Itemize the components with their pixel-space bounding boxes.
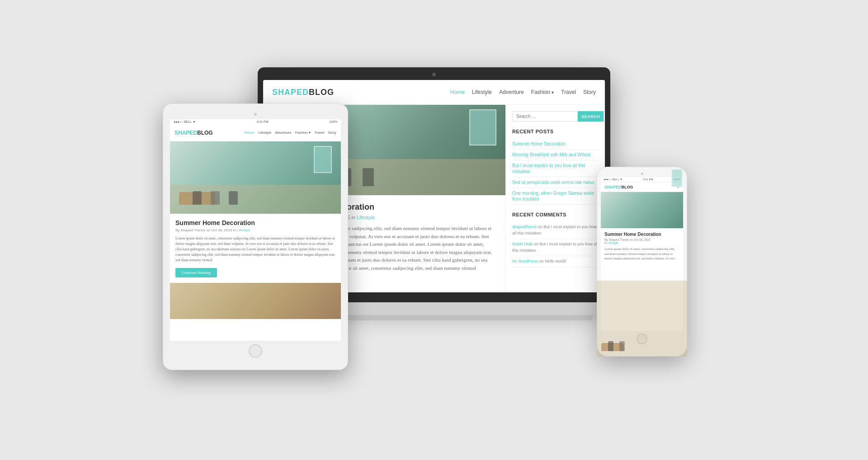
- commenter-3[interactable]: Mr WordPress: [512, 259, 538, 263]
- tablet-meta-in: in: [233, 228, 236, 232]
- commenter-1[interactable]: shapedtheme: [512, 225, 537, 229]
- laptop-camera: [432, 73, 436, 76]
- phone-screen: ●●●○○ BELL ▼ 4:21 PM 100% SHAPEDBLOG ≡: [601, 177, 683, 331]
- tablet-article-body: Lorem ipsum dolor sit amet, consetetur s…: [175, 236, 335, 263]
- nav-adventure[interactable]: Adventure: [499, 89, 524, 95]
- laptop-navbar: SHAPEDBLOG Home Lifestyle Adventure Fash…: [263, 80, 605, 105]
- tablet-logo-blog: BLOG: [197, 130, 213, 136]
- tablet-device: ●●●○○ BELL ▼ 4:21 PM 100% SHAPEDBLOG Hom…: [163, 103, 348, 370]
- tablet-battery: 100%: [329, 120, 337, 123]
- phone-device: ●●●○○ BELL ▼ 4:21 PM 100% SHAPEDBLOG ≡: [597, 167, 687, 357]
- tablet-screen: ●●●○○ BELL ▼ 4:21 PM 100% SHAPEDBLOG Hom…: [170, 119, 341, 341]
- meta-in: in: [351, 215, 355, 220]
- recent-post-2[interactable]: Morning Breakfast with Milk and Wheat: [512, 150, 599, 160]
- nav-home[interactable]: Home: [450, 89, 465, 95]
- tablet-nav-adventure[interactable]: Adventure: [275, 131, 291, 135]
- recent-post-4[interactable]: Sed ut perspiciatis unde omnis iste natu…: [512, 177, 599, 188]
- nav-lifestyle[interactable]: Lifestyle: [472, 89, 492, 95]
- tablet-menu: Home Lifestyle Adventure Fashion ▾ Trave…: [245, 131, 336, 135]
- phone-content: Summer Home Decoration By Shaped Theme o…: [601, 192, 683, 331]
- recent-post-1[interactable]: Summer Home Decoration: [512, 139, 599, 150]
- tablet-meta-date: Oct 08, 2015: [212, 228, 232, 232]
- recent-post-5[interactable]: One morning, when Gregor Samsa woke from…: [512, 188, 599, 205]
- tablet-content: Summer Home Decoration By Shaped Theme o…: [170, 141, 341, 341]
- tablet-continue-reading-btn[interactable]: Continue Reading: [175, 268, 217, 277]
- comment-2: Rubel Miah on But I must explain to you …: [512, 239, 599, 256]
- comment-text-3: on Hello world!: [539, 259, 566, 263]
- scene: SHAPEDBLOG Home Lifestyle Adventure Fash…: [163, 67, 705, 393]
- phone-hero-image: [601, 192, 683, 228]
- commenter-2[interactable]: Rubel Miah: [512, 242, 533, 246]
- recent-comments-heading: RECENT COMMENTS: [512, 212, 599, 217]
- recent-posts-list: Summer Home Decoration Morning Breakfast…: [512, 139, 599, 205]
- tablet-meta-on: on: [206, 228, 210, 232]
- recent-post-3[interactable]: But I must explain to you how all this m…: [512, 160, 599, 177]
- tablet-home-button[interactable]: [249, 344, 262, 358]
- tablet-status-bar: ●●●○○ BELL ▼ 4:21 PM 100%: [170, 119, 341, 124]
- tablet-meta-category: Lifestyle: [237, 228, 250, 232]
- nav-story[interactable]: Story: [583, 89, 596, 95]
- tablet-article: Summer Home Decoration By Shaped Theme o…: [170, 214, 341, 283]
- tablet-carrier: ●●●○○ BELL ▼: [174, 120, 196, 123]
- tablet-nav-travel[interactable]: Travel: [314, 131, 324, 135]
- sidebar-search-form: SEARCH: [512, 111, 599, 122]
- tablet-hero-image: [170, 141, 341, 214]
- nav-fashion[interactable]: Fashion: [531, 89, 554, 95]
- nav-travel[interactable]: Travel: [561, 89, 576, 95]
- tablet-nav-story[interactable]: Story: [328, 131, 336, 135]
- logo-shaped: SHAPED: [272, 88, 309, 97]
- logo-blog: BLOG: [309, 88, 334, 97]
- tablet-logo: SHAPEDBLOG: [175, 130, 213, 136]
- phone-body: ●●●○○ BELL ▼ 4:21 PM 100% SHAPEDBLOG ≡: [597, 167, 687, 357]
- tablet-second-article-image: [170, 283, 341, 319]
- tablet-logo-shaped: SHAPED: [175, 130, 197, 136]
- comment-3: Mr WordPress on Hello world!: [512, 256, 599, 268]
- tablet-time: 4:21 PM: [256, 120, 268, 123]
- tablet-nav-home[interactable]: Home: [245, 131, 255, 135]
- recent-posts-heading: RECENT POSTS: [512, 129, 599, 134]
- tablet-nav-lifestyle[interactable]: Lifestyle: [258, 131, 271, 135]
- recent-comments-list: shapedtheme on But I must explain to you…: [512, 222, 599, 268]
- tablet-body: ●●●○○ BELL ▼ 4:21 PM 100% SHAPEDBLOG Hom…: [163, 103, 348, 370]
- sidebar-search-input[interactable]: [512, 111, 578, 122]
- tablet-navbar: SHAPEDBLOG Home Lifestyle Adventure Fash…: [170, 124, 341, 141]
- tablet-camera: [254, 113, 257, 116]
- tablet-article-meta: By Shaped Theme on Oct 08, 2015 in Lifes…: [175, 228, 335, 232]
- laptop-sidebar: SEARCH RECENT POSTS Summer Home Decorati…: [505, 105, 605, 292]
- tablet-nav-fashion[interactable]: Fashion ▾: [295, 131, 311, 135]
- laptop-logo: SHAPEDBLOG: [272, 88, 334, 97]
- comment-1: shapedtheme on But I must explain to you…: [512, 222, 599, 239]
- laptop-menu: Home Lifestyle Adventure Fashion Travel …: [450, 89, 596, 95]
- sidebar-search-button[interactable]: SEARCH: [578, 111, 604, 122]
- meta-category: Lifestyle: [357, 215, 375, 220]
- tablet-meta-author: Shaped Theme: [181, 228, 206, 232]
- tablet-article-title: Summer Home Decoration: [175, 219, 335, 226]
- tablet-meta-by: By: [175, 228, 179, 232]
